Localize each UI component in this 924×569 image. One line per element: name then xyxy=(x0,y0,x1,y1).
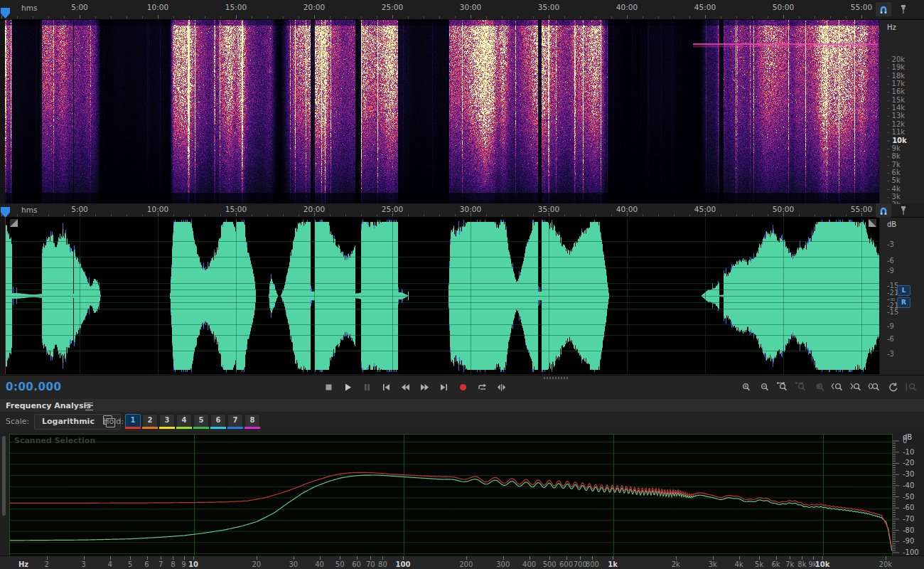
ruler-tick xyxy=(830,214,831,216)
frequency-tick-label: -4k xyxy=(887,185,901,193)
ruler-tick xyxy=(486,214,487,216)
hold-button-1[interactable]: 1 xyxy=(125,414,141,429)
hz-axis-tick xyxy=(530,556,530,560)
rewind-button[interactable] xyxy=(397,378,414,395)
ruler-tick xyxy=(596,214,596,216)
ruler-tick xyxy=(283,16,284,18)
ruler-tick xyxy=(377,16,377,18)
ruler-tick xyxy=(95,16,96,18)
scale-label: Scale: xyxy=(6,417,29,426)
hz-axis-label: 600 xyxy=(559,560,573,568)
ruler-tick xyxy=(314,15,315,18)
zoom-vertical-button[interactable] xyxy=(903,378,920,395)
record-button[interactable] xyxy=(454,378,471,395)
tick-mark: - xyxy=(887,137,890,144)
waveform-display[interactable] xyxy=(5,218,879,374)
marker-pin-button[interactable] xyxy=(896,2,911,16)
ruler-tick xyxy=(236,15,237,18)
pin-icon xyxy=(899,206,908,216)
zoom-out-horizontal-button[interactable] xyxy=(755,378,772,395)
ruler-tick xyxy=(674,214,675,216)
panel-menu-icon[interactable] xyxy=(85,403,93,410)
ruler-tick xyxy=(299,214,299,216)
db-axis-label: -90 xyxy=(903,537,914,545)
time-label: 50:00 xyxy=(773,3,794,11)
hold-button-6[interactable]: 6 xyxy=(210,414,226,429)
ruler-tick xyxy=(752,16,753,18)
hz-axis-label: 400 xyxy=(522,560,536,568)
hold-button-7[interactable]: 7 xyxy=(227,414,243,429)
zoom-out-full-button[interactable] xyxy=(792,378,809,395)
hz-axis-label: 60 xyxy=(352,560,361,568)
hz-axis-tick xyxy=(173,556,173,560)
hold-color-bar xyxy=(210,427,226,429)
time-display[interactable]: 0:00.000 xyxy=(6,381,61,393)
zoom-in-horizontal-button[interactable] xyxy=(736,378,753,395)
ruler-tick xyxy=(283,214,284,216)
hz-axis-tick xyxy=(294,556,294,560)
marker-pin-button[interactable] xyxy=(896,203,911,218)
ruler-tick xyxy=(48,214,49,216)
pause-button[interactable] xyxy=(358,378,375,395)
zoom-amplitude-button[interactable] xyxy=(810,378,827,395)
skip-forward-button[interactable] xyxy=(435,378,452,395)
tick-mark: - xyxy=(887,104,890,112)
time-label: 45:00 xyxy=(694,205,716,213)
snap-magnet-button[interactable] xyxy=(876,2,891,16)
hz-axis-tick xyxy=(370,556,371,560)
ruler-tick xyxy=(1,213,2,216)
hz-axis-label: 2 xyxy=(45,560,49,568)
frequency-db-axis: dB 0-10-20-30-40-50-60-70-80-90-100 xyxy=(893,432,924,557)
time-label: 5:00 xyxy=(71,205,88,213)
hz-axis-tick xyxy=(886,556,886,560)
zoom-reset-button[interactable] xyxy=(884,378,901,395)
channel-button-r[interactable]: R xyxy=(897,297,910,308)
waveform-time-ruler[interactable]: hms 5:0010:0015:0020:0025:0030:0035:0040… xyxy=(0,204,924,218)
ruler-tick xyxy=(111,214,112,216)
skip-playhead-button[interactable] xyxy=(493,378,510,395)
vertical-scrollbar[interactable] xyxy=(2,436,6,516)
spectrogram-display[interactable] xyxy=(5,20,879,203)
skip-back-button[interactable] xyxy=(377,378,394,395)
spectral-time-ruler[interactable]: hms 5:0010:0015:0020:0025:0030:0035:0040… xyxy=(0,0,924,20)
ruler-tick xyxy=(783,15,784,18)
panel-grip-handle[interactable] xyxy=(544,377,568,379)
zoom-selection-button[interactable] xyxy=(866,378,883,395)
hold-button-8[interactable]: 8 xyxy=(245,414,260,429)
fast-forward-button[interactable] xyxy=(416,378,433,395)
zoom-vertical-icon xyxy=(905,382,918,393)
hold-button-2[interactable]: 2 xyxy=(142,414,158,429)
zoom-out-point-button[interactable] xyxy=(847,378,864,395)
loop-button[interactable] xyxy=(473,378,490,395)
hz-axis-label: 7 xyxy=(159,560,163,568)
waveform-corner-handle-right[interactable] xyxy=(869,219,876,227)
zoom-out-full-icon xyxy=(794,382,807,393)
ruler-tick xyxy=(95,214,96,216)
ruler-tick xyxy=(127,214,127,216)
stop-button[interactable] xyxy=(320,378,337,395)
tick-mark: - xyxy=(887,161,890,169)
time-label: 50:00 xyxy=(773,205,794,213)
play-button[interactable] xyxy=(339,378,356,395)
zoom-full-button[interactable] xyxy=(773,378,790,395)
tick-mark: - xyxy=(887,63,890,71)
channel-button-l[interactable]: L xyxy=(897,285,910,296)
hold-button-4[interactable]: 4 xyxy=(176,414,192,429)
waveform-corner-handle-left[interactable] xyxy=(10,219,18,227)
frequency-plot[interactable]: Scanned Selection xyxy=(9,434,893,556)
time-label: 5:00 xyxy=(71,3,88,11)
hold-button-3[interactable]: 3 xyxy=(159,414,175,429)
ruler-tick xyxy=(361,16,362,18)
snap-magnet-button[interactable] xyxy=(876,203,891,218)
ruler-tick xyxy=(674,16,675,18)
hz-axis-label: 30 xyxy=(289,560,298,568)
hold-button-5[interactable]: 5 xyxy=(193,414,209,429)
hz-axis-tick xyxy=(357,556,358,560)
ruler-tick xyxy=(33,16,33,18)
db-axis-ticks xyxy=(893,432,901,557)
zoom-in-point-button[interactable] xyxy=(829,378,846,395)
hz-axis-label: 300 xyxy=(496,560,510,568)
ruler-tick xyxy=(643,16,643,18)
time-label: 45:00 xyxy=(694,3,716,11)
ruler-tick xyxy=(220,214,221,216)
